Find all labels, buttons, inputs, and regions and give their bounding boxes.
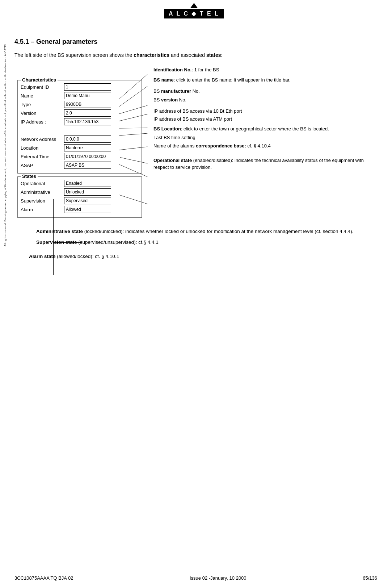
annotation-id-no-text: : 1 for the BS bbox=[191, 67, 219, 72]
bs-form-container: Characteristics Equipment ID 1 Name Demo… bbox=[14, 77, 145, 221]
field-ip-address-2 bbox=[21, 127, 139, 134]
annotation-bs-version: BS version No. bbox=[153, 96, 377, 104]
intro-mid: and associated bbox=[169, 52, 206, 58]
label-alarm: Alarm bbox=[21, 207, 64, 212]
field-name: Name Demo Manu bbox=[21, 92, 139, 99]
footer-center: Issue 02 -January, 10 2000 bbox=[190, 575, 246, 581]
annotation-asap-bold: correspondence base: bbox=[196, 143, 246, 149]
lower-annotations: Administrative state (locked/unlocked): … bbox=[36, 228, 377, 235]
supervision-state-text: (supervised/unsupervised): cf.§ 4.4.1 bbox=[77, 239, 159, 245]
admin-state-bold: Administrative state bbox=[36, 229, 83, 234]
field-location: Location Nanterre bbox=[21, 144, 139, 151]
field-version: Version 2.0 bbox=[21, 109, 139, 117]
field-external-time: External Time 01/01/1970 00:00:00 bbox=[21, 153, 139, 160]
value-administrative[interactable]: Unlocked bbox=[64, 188, 111, 196]
field-equipment-id: Equipment ID 1 bbox=[21, 83, 139, 91]
supervision-state-annotation: Supervision state (supervised/unsupervis… bbox=[36, 239, 377, 245]
label-operational: Operational bbox=[21, 181, 64, 186]
lower-annotation-area: Administrative state (locked/unlocked): … bbox=[14, 228, 377, 245]
diagram-flex: Characteristics Equipment ID 1 Name Demo… bbox=[14, 66, 377, 221]
value-network-address[interactable]: 0.0.0.0 bbox=[64, 135, 111, 143]
annotation-last-time: Last BS time setting bbox=[153, 134, 377, 141]
label-name: Name bbox=[21, 93, 64, 99]
annotation-asap: Name of the alarms correspondence base: … bbox=[153, 142, 377, 150]
value-external-time[interactable]: 01/01/1970 00:00:00 bbox=[64, 153, 120, 160]
annotation-bs-name: BS name: click to enter the BS name: it … bbox=[153, 76, 377, 84]
annotation-ip-eth: IP address of BS access via 10 Bt Eth po… bbox=[153, 108, 377, 115]
alcatel-logo: A L C ◆ T E L bbox=[164, 3, 224, 18]
annotation-bs-location-text: : click to enter the town or geographica… bbox=[181, 126, 329, 132]
value-alarm[interactable]: Allowed bbox=[64, 206, 111, 213]
supervision-connector-vertical bbox=[53, 239, 54, 275]
annotation-id-no-bold: Identification No. bbox=[153, 67, 191, 72]
footer-left: 3CC10875AAAA TQ BJA 02 bbox=[14, 575, 73, 581]
field-operational: Operational Enabled bbox=[21, 180, 139, 187]
annotation-bs-version-bold: version bbox=[161, 97, 178, 103]
intro-paragraph: The left side of the BS supervision scre… bbox=[14, 51, 377, 59]
admin-connector-horizontal bbox=[53, 242, 82, 243]
sidebar-copyright: All rights reserved. Passing on and copy… bbox=[4, 43, 9, 246]
annotation-asap-text2: cf. § 4.10.4 bbox=[246, 143, 271, 149]
field-supervision: Supervision Supervised bbox=[21, 197, 139, 204]
annotation-bs-manufacturer-text2: No. bbox=[191, 88, 200, 94]
label-type: Type bbox=[21, 102, 64, 107]
field-ip-address: IP Address : 155.132.136.153 bbox=[21, 118, 139, 125]
logo-text: A L C ◆ T E L bbox=[164, 9, 224, 18]
field-network-address: Network Address 0.0.0.0 bbox=[21, 135, 139, 143]
value-supervision[interactable]: Supervised bbox=[64, 197, 111, 204]
admin-state-annotation: Administrative state (locked/unlocked): … bbox=[36, 228, 377, 235]
admin-connector-vertical bbox=[53, 199, 54, 242]
annotation-bs-version-text2: No. bbox=[178, 97, 186, 103]
header: A L C ◆ T E L bbox=[0, 0, 388, 20]
annotation-asap-text1: Name of the alarms bbox=[153, 143, 196, 149]
section-title: 4.5.1 – General parameters bbox=[14, 38, 377, 46]
admin-state-text: (locked/unlocked): indicates whether loc… bbox=[83, 229, 353, 234]
annotation-ip-atm: IP address of BS access via ATM port bbox=[153, 116, 377, 123]
label-administrative: Administrative bbox=[21, 189, 64, 195]
intro-end: : bbox=[221, 52, 222, 58]
right-annotations: Identification No.: 1 for the BS BS name… bbox=[153, 66, 377, 221]
field-administrative: Administrative Unlocked bbox=[21, 188, 139, 196]
field-alarm: Alarm Allowed bbox=[21, 206, 139, 213]
label-version: Version bbox=[21, 110, 64, 116]
annotation-bs-name-bold: BS name bbox=[153, 77, 174, 83]
value-asap[interactable]: ASAP BS bbox=[64, 162, 111, 169]
states-title: States bbox=[21, 174, 38, 179]
field-asap: ASAP ASAP BS bbox=[21, 162, 139, 169]
value-equipment-id[interactable]: 1 bbox=[64, 83, 111, 91]
label-supervision: Supervision bbox=[21, 198, 64, 204]
annotation-bs-manufacturer-bold: manufacturer bbox=[161, 88, 191, 94]
value-location[interactable]: Nanterre bbox=[64, 144, 111, 151]
value-name[interactable]: Demo Manu bbox=[64, 92, 111, 99]
states-section: States Operational Enabled Administrativ… bbox=[17, 176, 142, 218]
annotation-operational-state: Operational state (enabled/disabled): in… bbox=[153, 157, 377, 171]
characteristics-title: Characteristics bbox=[21, 77, 58, 83]
label-external-time: External Time bbox=[21, 154, 64, 159]
logo-triangle-icon bbox=[190, 3, 198, 8]
intro-bold2: states bbox=[206, 52, 221, 58]
diagram-wrapper: Characteristics Equipment ID 1 Name Demo… bbox=[14, 66, 377, 259]
characteristics-section: Characteristics Equipment ID 1 Name Demo… bbox=[17, 80, 142, 174]
field-type: Type 9900DB bbox=[21, 101, 139, 108]
label-equipment-id: Equipment ID bbox=[21, 84, 64, 90]
annotation-bs-manufacturer-text1: BS bbox=[153, 88, 161, 94]
value-ip-address[interactable]: 155.132.136.153 bbox=[64, 118, 111, 125]
footer-right: 65/136 bbox=[363, 575, 377, 581]
label-network-address: Network Address bbox=[21, 137, 64, 142]
intro-bold1: characteristics bbox=[134, 52, 169, 58]
annotation-bs-name-text: : click to enter the BS name: it will ap… bbox=[174, 77, 291, 83]
value-type[interactable]: 9900DB bbox=[64, 101, 111, 108]
value-version[interactable]: 2.0 bbox=[64, 109, 111, 117]
label-asap: ASAP bbox=[21, 163, 64, 168]
annotation-bs-location-bold: BS Location bbox=[153, 126, 181, 132]
alarm-state-annotation: Alarm state (allowed/locked): cf. § 4.10… bbox=[29, 254, 377, 259]
annotation-bs-location: BS Location: click to enter the town or … bbox=[153, 125, 377, 133]
alarm-state-bold: Alarm state bbox=[29, 254, 56, 259]
main-content: 4.5.1 – General parameters The left side… bbox=[14, 20, 377, 259]
alarm-state-text: (allowed/locked): cf. § 4.10.1 bbox=[56, 254, 119, 259]
annotation-operational-state-bold: Operational state bbox=[153, 158, 192, 163]
label-location: Location bbox=[21, 145, 64, 151]
value-operational[interactable]: Enabled bbox=[64, 180, 111, 187]
intro-text: The left side of the BS supervision scre… bbox=[14, 52, 134, 58]
annotation-bs-version-text1: BS bbox=[153, 97, 161, 103]
